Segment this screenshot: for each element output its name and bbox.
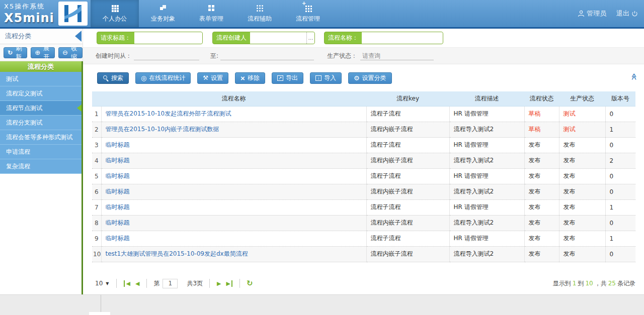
process-name-link[interactable]: 临时标题	[106, 172, 130, 179]
toolbar-button[interactable]: 设置	[197, 72, 228, 84]
sidebar-item[interactable]: 流程会签等多种形式测试	[0, 130, 82, 145]
nav-tab[interactable]: 个人办公	[91, 0, 139, 27]
main-content: 请求标题： 流程创建人 … 流程名称： 创建时间从： 至: 生产状态： 请查询	[83, 29, 644, 294]
prod-status-select[interactable]: 请查询	[360, 52, 434, 60]
process-name-link[interactable]: 临时标题	[106, 157, 130, 164]
column-header: 版本号	[605, 91, 635, 106]
logout-button[interactable]: 退出	[616, 9, 638, 18]
table-row: 5 临时标题 流程子流程 HR 请假管理 发布 发布 0	[92, 168, 635, 184]
toolbar-button[interactable]: 移除	[235, 72, 265, 84]
process-key: 流程内嵌子流程	[366, 184, 449, 199]
strip-resize-handle[interactable]	[89, 312, 110, 315]
sidebar-item[interactable]: 申请流程	[0, 145, 82, 159]
panel-collapse-arrow-icon[interactable]	[75, 31, 82, 42]
process-name-link[interactable]: 临时标题	[106, 141, 130, 148]
wrench-icon	[203, 74, 208, 81]
process-name-link[interactable]: test1大雄测试管理员在2015-10-09发起dx最简流程	[106, 250, 248, 257]
date-to-label: 至:	[210, 52, 218, 60]
refresh-grid-icon[interactable]: ↻	[247, 279, 253, 288]
user-name: 管理员	[587, 9, 606, 18]
version-number: 0	[605, 168, 635, 184]
top-header: X5操作系统 X5mini 个人办公 业务对象 表单管理	[0, 0, 644, 29]
tab-label: 个人办公	[103, 15, 127, 23]
row-number: 1	[92, 106, 101, 122]
sidebar-item[interactable]: 流程分支测试	[0, 116, 82, 130]
nav-tab[interactable]: 流程管理	[284, 0, 332, 27]
sidebar: 流程分类 刷新 展开 收缩 流程分类 测试	[0, 29, 83, 294]
grid-icon	[111, 4, 119, 12]
process-status: 发布	[524, 199, 559, 215]
process-name-link[interactable]: 临时标题	[106, 219, 130, 226]
export-icon	[277, 75, 283, 81]
toolbar-button[interactable]: 导出	[272, 72, 303, 84]
last-page-button[interactable]: ▶	[226, 280, 232, 287]
toolbar-button-label: 移除	[248, 74, 260, 82]
toolbar-button[interactable]: 导入	[310, 72, 342, 84]
logo-line2: X5mini	[4, 11, 54, 25]
next-page-button[interactable]: ▶	[217, 280, 221, 287]
prod-status: 发布	[559, 199, 605, 215]
user-menu[interactable]: 管理员	[578, 9, 606, 18]
toolbar-button[interactable]: 在线流程统计	[135, 72, 191, 84]
sidebar-item[interactable]: 测试	[0, 72, 82, 86]
process-name-link[interactable]: 临时标题	[106, 235, 130, 242]
page-size-dropdown[interactable]: 10 ▼	[92, 280, 112, 287]
column-header: 流程状态	[524, 91, 559, 106]
panel-collapse-up-icon[interactable]: ≪	[631, 73, 638, 80]
row-number: 5	[92, 168, 101, 184]
column-header: 流程名称	[101, 91, 366, 106]
stats-icon	[141, 74, 146, 82]
toolbar-button[interactable]: 搜索	[97, 72, 129, 84]
process-name-link[interactable]: 管理员在2015-10-10发起流程外部子流程测试	[106, 110, 231, 117]
process-desc: 流程导入测试2	[449, 246, 524, 262]
summary-from: 1	[573, 280, 577, 287]
search-field-input[interactable]	[362, 32, 443, 44]
toolbar-button-label: 导出	[286, 74, 298, 82]
table-row: 3 临时标题 流程子流程 HR 请假管理 发布 发布 0	[92, 137, 635, 153]
sidebar-item[interactable]: 复杂流程	[0, 159, 82, 174]
logo: X5操作系统 X5mini	[4, 0, 88, 27]
prod-status: 发布	[559, 168, 605, 184]
search-field-input[interactable]	[250, 32, 306, 44]
user-area: 管理员 退出	[578, 0, 638, 27]
toolbar-button[interactable]: 设置分类	[348, 72, 392, 84]
sidebar-item[interactable]: 流程节点测试	[0, 101, 82, 116]
process-key: 流程内嵌子流程	[366, 246, 449, 262]
summary-total: 25	[608, 280, 616, 287]
process-name-link[interactable]: 管理员在2015-10-10内嵌子流程测试数据	[106, 126, 219, 133]
process-name-link[interactable]: 临时标题	[106, 203, 130, 211]
page-number-input[interactable]	[163, 279, 178, 288]
nav-tab[interactable]: 业务对象	[139, 0, 187, 27]
process-key: 流程子流程	[366, 199, 449, 215]
tab-label: 业务对象	[151, 15, 175, 23]
process-name-link[interactable]: 临时标题	[106, 188, 130, 195]
gear-icon	[354, 74, 360, 82]
process-key: 流程子流程	[366, 231, 449, 246]
user-picker-button[interactable]: …	[306, 32, 314, 44]
sidebar-toolbar-button[interactable]: 刷新	[4, 47, 27, 58]
process-desc: 流程导入测试2	[449, 184, 524, 199]
date-to-input[interactable]	[220, 52, 314, 60]
prev-page-button[interactable]: ◀	[135, 280, 139, 287]
sidebar-toolbar-button[interactable]: 展开	[31, 47, 55, 58]
search-field-input[interactable]	[134, 32, 202, 44]
prod-status: 测试	[559, 106, 605, 122]
process-key: 流程内嵌子流程	[366, 153, 449, 168]
dropdown-arrow-icon: ▼	[106, 281, 109, 286]
prod-status: 发布	[559, 231, 605, 246]
button-label: 刷新	[14, 44, 23, 61]
process-status: 发布	[524, 246, 559, 262]
nav-tab[interactable]: 表单管理	[187, 0, 235, 27]
total-pages-label: 共3页	[187, 279, 203, 288]
process-status: 发布	[524, 231, 559, 246]
version-number: 1	[605, 199, 635, 215]
sidebar-item[interactable]: 流程定义测试	[0, 86, 82, 101]
person-icon	[578, 10, 585, 17]
row-number: 8	[92, 215, 101, 231]
first-page-button[interactable]: ◀	[124, 280, 130, 287]
sidebar-toolbar-button[interactable]: 收缩	[58, 47, 83, 58]
table-row: 1 管理员在2015-10-10发起流程外部子流程测试 流程子流程 HR 请假管…	[92, 106, 635, 122]
nav-tab[interactable]: 流程辅助	[235, 0, 284, 27]
date-from-input[interactable]	[134, 52, 199, 60]
process-desc: HR 请假管理	[449, 106, 524, 122]
